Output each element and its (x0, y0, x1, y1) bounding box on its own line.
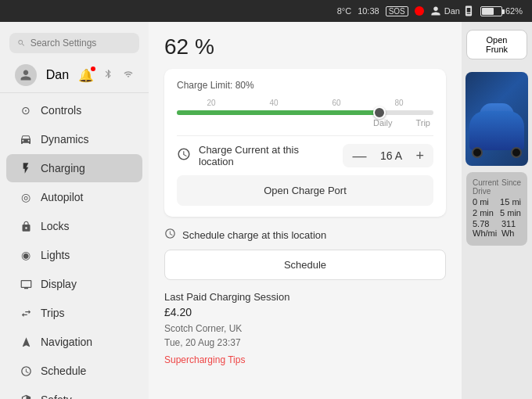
car-body (469, 111, 524, 150)
sidebar-item-safety[interactable]: Safety (6, 386, 142, 399)
schedule-label: Schedule charge at this location (182, 229, 326, 241)
sidebar-item-dynamics-label: Dynamics (41, 133, 88, 146)
sidebar-item-trips[interactable]: Trips (6, 299, 142, 327)
stats-row-2: 2 min 5 min (473, 208, 521, 217)
right-panel: OpenFrunk Current Drive Since 0 mi 15 mi… (462, 22, 532, 399)
battery-indicator: 62% (480, 6, 523, 16)
sidebar-item-trips-label: Trips (41, 307, 65, 319)
sidebar-item-navigation-label: Navigation (41, 336, 92, 348)
sidebar-item-lights-label: Lights (41, 249, 70, 261)
top-bar-user: Dan 🔔 (0, 61, 149, 93)
record-icon (415, 6, 424, 16)
display-icon (19, 277, 33, 291)
supercharging-tips-link[interactable]: Supercharging Tips (164, 354, 245, 365)
car-wheel-right (511, 147, 522, 158)
sidebar-item-schedule-label: Schedule (41, 365, 86, 377)
scale-60: 60 (332, 99, 340, 107)
sidebar-item-autopilot[interactable]: ◎ Autopilot (6, 183, 142, 211)
main-layout: Dan 🔔 ⊙ Controls Dynamics (0, 22, 532, 399)
sidebar: Dan 🔔 ⊙ Controls Dynamics (0, 22, 149, 399)
controls-icon: ⊙ (19, 103, 33, 117)
search-input[interactable] (31, 38, 131, 49)
sidebar-item-schedule[interactable]: Schedule (6, 357, 142, 385)
charge-card: Charge Limit: 80% 20 40 60 80 Daily Trip (164, 69, 446, 217)
current-value: 16 A (377, 149, 404, 162)
sidebar-item-locks-label: Locks (41, 220, 70, 232)
last-session-amount: £4.20 (164, 306, 446, 318)
battery-bar (480, 6, 502, 16)
schedule-row: Schedule charge at this location (164, 228, 446, 242)
phone-icon (463, 5, 474, 16)
sidebar-item-charging[interactable]: Charging (6, 154, 142, 182)
location-datetime: Tue, 20 Aug 23:37 (164, 337, 241, 348)
username: Dan (444, 6, 460, 16)
divider (177, 135, 433, 136)
current-controls: — 16 A + (343, 144, 433, 167)
search-box[interactable] (9, 33, 139, 53)
notification-bell[interactable]: 🔔 (78, 68, 94, 83)
sidebar-item-controls-label: Controls (41, 104, 81, 117)
sidebar-item-display-label: Display (41, 278, 77, 290)
stats-row-1: 0 mi 15 mi (473, 197, 521, 207)
status-bar: 8°C 10:38 SOS Dan 62% (0, 0, 532, 22)
scale-20: 20 (207, 99, 215, 107)
person-icon (430, 5, 441, 16)
slider-labels: Daily Trip (177, 118, 433, 128)
trips-icon (19, 306, 33, 320)
slider-scale: 20 40 60 80 (177, 99, 433, 107)
stat-time-current: 2 min (473, 208, 494, 217)
sidebar-item-autopilot-label: Autopilot (41, 191, 83, 203)
sidebar-item-controls[interactable]: ⊙ Controls (6, 96, 142, 124)
charge-percent: 62 % (164, 34, 446, 59)
stat-distance-since: 15 mi (500, 197, 521, 207)
notification-dot (91, 66, 95, 71)
battery-percent: 62% (505, 6, 523, 16)
stat-efficiency-since: 311 Wh (501, 219, 521, 238)
location-name: Scotch Corner, UK (164, 323, 242, 334)
charge-slider-container[interactable]: 20 40 60 80 Daily Trip (177, 99, 433, 128)
search-icon (17, 38, 26, 48)
car-image (466, 72, 528, 166)
signal-uk-label (123, 70, 134, 81)
temperature: 8°C (337, 6, 351, 16)
sidebar-item-navigation[interactable]: Navigation (6, 328, 142, 356)
time: 10:38 (358, 6, 379, 16)
open-frunk-label: OpenFrunk (486, 35, 508, 54)
scale-80: 80 (394, 99, 403, 107)
last-session-location: Scotch Corner, UK Tue, 20 Aug 23:37 (164, 322, 446, 350)
open-charge-port-button[interactable]: Open Charge Port (177, 175, 433, 206)
user-info: Dan (430, 5, 474, 16)
sidebar-item-safety-label: Safety (41, 394, 72, 399)
stat-efficiency-current: 5.78 Wh/mi (473, 219, 501, 238)
schedule-button[interactable]: Schedule (164, 250, 446, 280)
charge-limit-label: Charge Limit: 80% (177, 80, 433, 91)
stat-time-since: 5 min (500, 208, 521, 217)
stats-header-row: Current Drive Since (473, 178, 521, 196)
sidebar-item-charging-label: Charging (41, 162, 85, 174)
sidebar-item-dynamics[interactable]: Dynamics (6, 125, 142, 153)
locks-icon (19, 219, 33, 233)
stats-row-3: 5.78 Wh/mi 311 Wh (473, 219, 521, 238)
slider-thumb[interactable] (373, 106, 386, 119)
scale-40: 40 (269, 99, 278, 107)
open-frunk-button[interactable]: OpenFrunk (466, 30, 527, 59)
decrease-current-button[interactable]: — (352, 149, 366, 163)
daily-label: Daily (373, 118, 392, 128)
dynamics-icon (19, 132, 33, 146)
current-drive-title: Current Drive (473, 178, 501, 196)
safety-icon (19, 393, 33, 399)
sidebar-item-display[interactable]: Display (6, 270, 142, 298)
stats-card: Current Drive Since 0 mi 15 mi 2 min 5 m… (466, 172, 527, 246)
charge-current-label: Charge Current at this location (199, 144, 335, 167)
sidebar-username: Dan (46, 68, 69, 82)
car-wheel-left (472, 147, 483, 158)
main-content: 62 % Charge Limit: 80% 20 40 60 80 Daily (149, 22, 462, 399)
sidebar-item-locks[interactable]: Locks (6, 212, 142, 240)
schedule-icon (19, 364, 33, 378)
slider-track[interactable] (177, 110, 433, 115)
trip-label: Trip (415, 118, 430, 128)
autopilot-icon: ◎ (19, 190, 33, 204)
sos-indicator: SOS (386, 6, 408, 16)
sidebar-item-lights[interactable]: ◉ Lights (6, 241, 142, 269)
increase-current-button[interactable]: + (415, 149, 424, 163)
